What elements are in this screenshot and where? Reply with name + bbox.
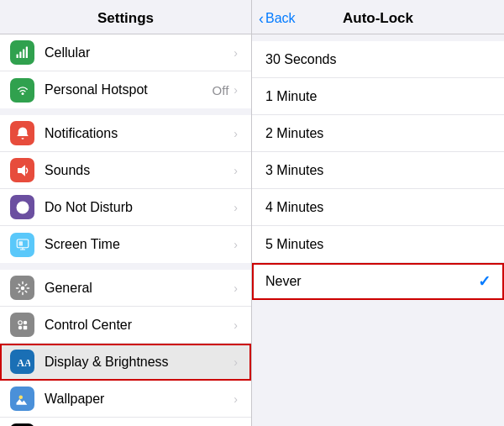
autolock-item-1min[interactable]: 1 Minute	[252, 78, 504, 115]
hotspot-chevron: ›	[234, 83, 238, 97]
wallpaper-chevron: ›	[234, 392, 238, 406]
left-header: Settings	[0, 0, 251, 34]
settings-item-screentime[interactable]: Screen Time ›	[0, 226, 251, 263]
right-panel: ‹ Back Auto-Lock 30 Seconds 1 Minute 2 M…	[252, 0, 504, 426]
svg-point-8	[20, 286, 24, 290]
hotspot-value: Off	[213, 83, 229, 97]
screentime-chevron: ›	[234, 238, 238, 251]
back-chevron-icon: ‹	[259, 10, 264, 28]
svg-rect-0	[16, 54, 18, 58]
autolock-label-never: Never	[265, 274, 478, 289]
settings-item-general[interactable]: General ›	[0, 270, 251, 307]
svg-point-14	[18, 395, 23, 399]
general-chevron: ›	[234, 281, 238, 295]
autolock-label-1min: 1 Minute	[265, 89, 491, 104]
section-2: Notifications › Sounds › Do Not Disturb …	[0, 115, 251, 263]
checkmark-icon: ✓	[478, 272, 491, 291]
autolock-item-3min[interactable]: 3 Minutes	[252, 152, 504, 189]
sounds-label: Sounds	[45, 163, 234, 178]
wallpaper-icon	[10, 387, 34, 411]
section-3: General › Control Center › AA Display & …	[0, 270, 251, 426]
back-button[interactable]: ‹ Back	[259, 10, 296, 28]
general-icon	[10, 276, 34, 300]
settings-item-notifications[interactable]: Notifications ›	[0, 115, 251, 152]
autolock-list: 30 Seconds 1 Minute 2 Minutes 3 Minutes …	[252, 41, 504, 300]
autolock-item-never[interactable]: Never ✓	[252, 263, 504, 300]
dnd-label: Do Not Disturb	[45, 200, 234, 215]
autolock-item-30sec[interactable]: 30 Seconds	[252, 41, 504, 78]
settings-list: Cellular › Personal Hotspot Off › Notifi…	[0, 34, 251, 426]
hotspot-label: Personal Hotspot	[45, 82, 213, 97]
svg-rect-3	[25, 46, 27, 58]
hotspot-icon	[10, 78, 34, 103]
settings-item-wallpaper[interactable]: Wallpaper ›	[0, 381, 251, 418]
general-label: General	[45, 281, 234, 296]
svg-point-4	[21, 92, 24, 95]
settings-item-display[interactable]: AA Display & Brightness ›	[0, 344, 251, 381]
autolock-item-4min[interactable]: 4 Minutes	[252, 189, 504, 226]
display-label: Display & Brightness	[45, 355, 234, 370]
cellular-chevron: ›	[234, 46, 238, 60]
autolock-item-5min[interactable]: 5 Minutes	[252, 226, 504, 263]
sounds-icon	[10, 158, 34, 182]
display-chevron: ›	[234, 355, 238, 369]
autolock-label-30sec: 30 Seconds	[265, 52, 491, 67]
cellular-label: Cellular	[45, 45, 234, 60]
svg-rect-7	[18, 241, 23, 245]
dnd-chevron: ›	[234, 201, 238, 214]
divider-1	[0, 108, 251, 115]
back-label: Back	[265, 11, 296, 26]
notifications-label: Notifications	[45, 126, 234, 141]
display-icon: AA	[10, 350, 34, 374]
control-label: Control Center	[45, 318, 234, 333]
notifications-chevron: ›	[234, 127, 238, 140]
settings-item-cellular[interactable]: Cellular ›	[0, 34, 251, 71]
svg-rect-1	[19, 51, 21, 58]
settings-item-control[interactable]: Control Center ›	[0, 307, 251, 344]
svg-point-11	[18, 325, 22, 329]
screentime-label: Screen Time	[45, 237, 234, 252]
dnd-icon	[10, 195, 34, 219]
section-1: Cellular › Personal Hotspot Off ›	[0, 34, 251, 108]
right-header: ‹ Back Auto-Lock	[252, 0, 504, 34]
settings-item-dnd[interactable]: Do Not Disturb ›	[0, 189, 251, 226]
left-title: Settings	[97, 10, 154, 26]
notifications-icon	[10, 121, 34, 145]
screentime-icon	[10, 233, 34, 257]
autolock-item-2min[interactable]: 2 Minutes	[252, 115, 504, 152]
left-panel: Settings Cellular › Personal Hotspot Off…	[0, 0, 252, 426]
autolock-label-2min: 2 Minutes	[265, 126, 491, 141]
divider-2	[0, 263, 251, 270]
autolock-label-3min: 3 Minutes	[265, 163, 491, 178]
autolock-label-5min: 5 Minutes	[265, 237, 491, 252]
settings-item-sounds[interactable]: Sounds ›	[0, 152, 251, 189]
svg-marker-5	[18, 165, 25, 176]
wallpaper-label: Wallpaper	[45, 392, 234, 407]
svg-rect-2	[23, 49, 24, 58]
control-chevron: ›	[234, 318, 238, 332]
autolock-label-4min: 4 Minutes	[265, 200, 491, 215]
sounds-chevron: ›	[234, 164, 238, 177]
cellular-icon	[10, 40, 34, 65]
svg-rect-12	[23, 325, 27, 329]
settings-item-hotspot[interactable]: Personal Hotspot Off ›	[0, 71, 251, 108]
settings-item-siri[interactable]: Siri & Search ›	[0, 418, 251, 426]
right-title: Auto-Lock	[265, 10, 491, 27]
control-icon	[10, 313, 34, 337]
svg-point-9	[18, 320, 22, 324]
svg-text:AA: AA	[17, 356, 30, 368]
svg-point-10	[23, 320, 27, 324]
